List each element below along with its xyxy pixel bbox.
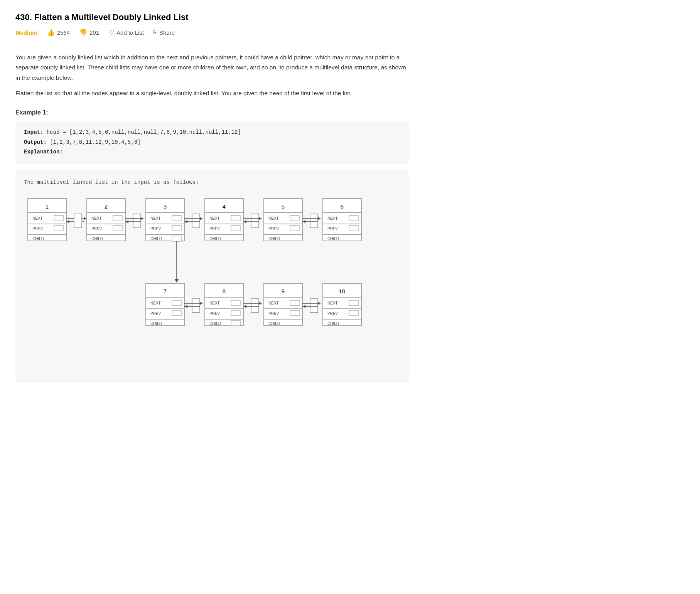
svg-text:NEXT: NEXT (150, 216, 161, 220)
node-6: 6 NEXT PREV CHILD (323, 199, 361, 241)
svg-rect-126 (290, 310, 299, 316)
svg-text:PREV: PREV (327, 227, 338, 231)
svg-text:NEXT: NEXT (209, 301, 220, 305)
svg-text:7: 7 (164, 288, 167, 294)
svg-text:4: 4 (223, 203, 226, 210)
svg-rect-56 (251, 214, 259, 228)
svg-text:PREV: PREV (150, 311, 161, 316)
node-10: 10 NEXT PREV CHILD (323, 283, 361, 326)
svg-text:NEXT: NEXT (268, 301, 279, 305)
svg-text:CHILD: CHILD (150, 237, 162, 241)
node-4: 4 NEXT PREV CHILD (205, 199, 243, 241)
explanation-line: Explanation: (24, 147, 400, 157)
svg-rect-25 (133, 214, 141, 228)
description-p2: Flatten the list so that all the nodes a… (15, 88, 409, 98)
svg-rect-138 (349, 300, 358, 306)
dislikes-button[interactable]: 👎 201 (79, 29, 99, 37)
share-icon: ⎘ (153, 29, 157, 37)
svg-text:CHILD: CHILD (209, 321, 221, 326)
svg-text:CHILD: CHILD (327, 237, 339, 241)
diagram-text: The multilevel linked list in the input … (24, 179, 400, 185)
svg-marker-102 (184, 305, 187, 308)
likes-count: 2564 (57, 29, 70, 36)
svg-rect-141 (349, 310, 358, 316)
output-line: Output: [1,2,3,7,8,11,12,9,10,4,5,6] (24, 138, 400, 147)
svg-rect-95 (172, 310, 181, 316)
input-label: Input: (24, 129, 43, 135)
svg-rect-113 (231, 320, 240, 326)
svg-marker-73 (318, 217, 321, 220)
difficulty-badge: Medium (15, 29, 37, 36)
diagram-svg-container: 1 NEXT PREV CHILD 2 (24, 195, 400, 374)
svg-rect-110 (231, 310, 240, 316)
example1-title: Example 1: (15, 109, 409, 116)
svg-text:6: 6 (341, 203, 344, 210)
explanation-label: Explanation: (24, 149, 63, 155)
svg-rect-41 (192, 214, 200, 228)
svg-marker-27 (141, 217, 144, 220)
svg-rect-98 (192, 299, 200, 313)
svg-text:PREV: PREV (268, 311, 279, 316)
svg-text:3: 3 (164, 203, 167, 210)
description-p1: You are given a doubly linked list which… (15, 52, 409, 83)
svg-text:2: 2 (105, 203, 108, 210)
svg-text:NEXT: NEXT (327, 301, 338, 305)
svg-text:5: 5 (282, 203, 285, 210)
svg-rect-68 (290, 225, 299, 231)
node-3: 3 NEXT PREV CHILD (146, 199, 184, 241)
svg-rect-71 (310, 214, 318, 228)
svg-rect-40 (172, 236, 181, 241)
svg-text:PREV: PREV (209, 227, 220, 231)
svg-text:NEXT: NEXT (32, 216, 43, 220)
svg-rect-22 (113, 225, 122, 231)
svg-marker-43 (200, 217, 203, 220)
svg-marker-133 (302, 305, 305, 308)
svg-marker-118 (243, 305, 246, 308)
share-button[interactable]: ⎘ Share (153, 29, 175, 37)
svg-rect-65 (290, 215, 299, 221)
svg-text:PREV: PREV (150, 227, 161, 231)
svg-rect-7 (54, 225, 63, 231)
svg-marker-60 (243, 220, 246, 223)
svg-rect-80 (349, 215, 358, 221)
add-to-list-label: Add to List (116, 29, 144, 36)
svg-rect-129 (310, 299, 318, 313)
svg-rect-37 (172, 225, 181, 231)
svg-marker-87 (174, 279, 179, 283)
svg-rect-114 (251, 299, 259, 313)
svg-text:NEXT: NEXT (327, 216, 338, 220)
svg-marker-29 (125, 220, 128, 223)
svg-rect-53 (231, 225, 240, 231)
node-8: 8 NEXT PREV CHILD (205, 283, 243, 326)
svg-rect-123 (290, 300, 299, 306)
thumbs-up-icon: 👍 (47, 29, 55, 37)
output-value: [1,2,3,7,8,11,12,9,10,4,5,6] (50, 139, 140, 145)
node-5: 5 NEXT PREV CHILD (264, 199, 302, 241)
description: You are given a doubly linked list which… (15, 52, 409, 98)
diagram-area: The multilevel linked list in the input … (15, 170, 409, 383)
svg-rect-34 (172, 215, 181, 221)
svg-rect-14 (74, 214, 82, 228)
output-label: Output: (24, 139, 47, 145)
svg-text:PREV: PREV (327, 311, 338, 316)
svg-text:CHILD: CHILD (91, 237, 103, 241)
input-value: head = [1,2,3,4,5,6,null,null,null,7,8,9… (47, 129, 241, 135)
svg-text:PREV: PREV (209, 311, 220, 316)
likes-button[interactable]: 👍 2564 (47, 29, 70, 37)
svg-text:PREV: PREV (32, 227, 43, 231)
svg-text:1: 1 (46, 203, 49, 210)
node-1: 1 NEXT PREV CHILD (28, 199, 66, 241)
svg-rect-19 (113, 215, 122, 221)
share-label: Share (159, 29, 175, 36)
svg-text:8: 8 (223, 288, 226, 294)
svg-marker-100 (200, 302, 203, 305)
add-to-list-button[interactable]: ♡ Add to List (108, 29, 144, 37)
dislikes-count: 201 (89, 29, 99, 36)
svg-text:NEXT: NEXT (268, 216, 279, 220)
svg-text:CHILD: CHILD (268, 237, 280, 241)
svg-marker-58 (259, 217, 262, 220)
svg-text:PREV: PREV (268, 227, 279, 231)
svg-text:10: 10 (339, 288, 346, 294)
svg-marker-75 (302, 220, 305, 223)
heart-icon: ♡ (108, 29, 114, 37)
